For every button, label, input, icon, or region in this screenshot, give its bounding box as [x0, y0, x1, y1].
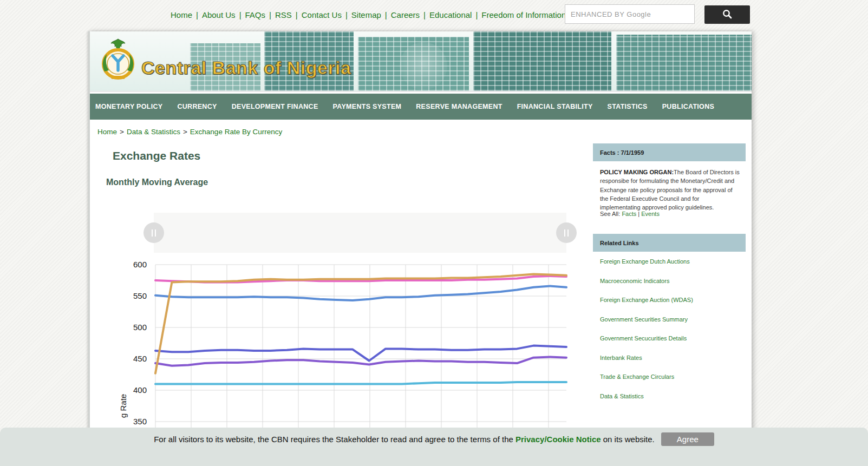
facts-see-all: See All: Facts | Events [600, 211, 660, 217]
topnav-link-home[interactable]: Home [171, 10, 192, 19]
slider-grip-icon [155, 229, 156, 237]
exchange-rates-chart[interactable]: 600550500450400350g Rate [110, 254, 581, 443]
related-link-foreign-exchange-dutch-auctions[interactable]: Foreign Exchange Dutch Auctions [600, 258, 741, 265]
topnav-link-faqs[interactable]: FAQs [245, 10, 266, 19]
separator: | [239, 10, 242, 19]
separator: | [475, 10, 478, 19]
svg-text:400: 400 [133, 385, 147, 395]
svg-text:500: 500 [133, 323, 147, 332]
breadcrumb-link-data-statistics[interactable]: Data & Statistics [127, 128, 180, 136]
topnav: Home|About Us|FAQs|RSS|Contact Us|Sitema… [171, 10, 566, 19]
facts-body: POLICY MAKING ORGAN:The Board of Directo… [600, 168, 740, 212]
site-title: Central Bank of Nigeria [141, 57, 351, 78]
slider-grip-icon [567, 229, 569, 237]
slider-handle-right[interactable] [556, 222, 577, 243]
see-all-label: See All: [600, 211, 620, 217]
separator: | [385, 10, 387, 19]
separator: | [423, 10, 426, 19]
privacy-cookie-notice-link[interactable]: Privacy/Cookie Notice [515, 435, 601, 444]
separator: | [269, 10, 271, 19]
related-link-data-statistics[interactable]: Data & Statistics [600, 393, 741, 399]
cookie-notice-text: For all visitors to its website, the CBN… [154, 435, 655, 444]
svg-text:550: 550 [133, 291, 147, 300]
cbn-logo-icon[interactable] [97, 38, 139, 86]
topnav-link-freedom-of-information[interactable]: Freedom of Information [481, 10, 566, 19]
nav-item-statistics[interactable]: STATISTICS [608, 103, 648, 110]
svg-text:g Rate: g Rate [119, 394, 128, 418]
nav-item-reserve-management[interactable]: RESERVE MANAGEMENT [416, 103, 502, 110]
site-container: Central Bank of Nigeria MONETARY POLICYC… [88, 31, 752, 466]
topnav-link-sitemap[interactable]: Sitemap [351, 10, 381, 19]
nav-item-development-finance[interactable]: DEVELOPMENT FINANCE [232, 103, 318, 110]
page-subtitle: Monthly Moving Average [106, 178, 208, 187]
svg-text:450: 450 [133, 354, 147, 363]
breadcrumb-separator: > [120, 128, 124, 136]
nav-item-payments-system[interactable]: PAYMENTS SYSTEM [333, 103, 402, 110]
topnav-link-educational[interactable]: Educational [429, 10, 472, 19]
related-link-foreign-exchange-auction-wdas[interactable]: Foreign Exchange Auction (WDAS) [600, 297, 741, 303]
nav-item-monetary-policy[interactable]: MONETARY POLICY [95, 103, 162, 110]
search-button[interactable] [704, 5, 750, 24]
related-link-government-securities-summary[interactable]: Government Securities Summary [600, 316, 741, 323]
slider-grip-icon [152, 229, 153, 237]
nav-item-financial-stability[interactable]: FINANCIAL STABILITY [517, 103, 593, 110]
cookie-notice-bar: For all visitors to its website, the CBN… [0, 428, 868, 466]
svg-text:350: 350 [133, 417, 147, 426]
separator: | [345, 10, 348, 19]
slider-grip-icon [564, 229, 565, 237]
related-link-government-secucurities-details[interactable]: Government Secucurities Details [600, 335, 741, 342]
chart-range-slider-track[interactable] [154, 213, 566, 253]
breadcrumb: Home>Data & Statistics>Exchange Rate By … [97, 128, 282, 136]
cbn-emblem-watermark [400, 42, 447, 90]
see-all-separator: | [638, 211, 639, 217]
topnav-link-contact-us[interactable]: Contact Us [302, 10, 342, 19]
nav-item-currency[interactable]: CURRENCY [177, 103, 217, 110]
related-links-header: Related Links [593, 234, 746, 252]
building-photo [473, 31, 611, 91]
topnav-link-rss[interactable]: RSS [275, 10, 292, 19]
search-input[interactable] [565, 4, 695, 24]
related-link-trade-exchange-circulars[interactable]: Trade & Exchange Circulars [600, 373, 741, 380]
breadcrumb-link-home[interactable]: Home [97, 128, 117, 136]
facts-lead: POLICY MAKING ORGAN: [600, 169, 674, 175]
separator: | [196, 10, 198, 19]
related-links-list: Foreign Exchange Dutch AuctionsMacroecon… [600, 258, 741, 412]
see-all-facts-link[interactable]: Facts [622, 211, 636, 217]
see-all-events-link[interactable]: Events [641, 211, 660, 217]
related-link-interbank-rates[interactable]: Interbank Rates [600, 355, 741, 361]
building-photo [616, 35, 752, 91]
svg-text:600: 600 [133, 260, 147, 269]
page-title: Exchange Rates [113, 149, 200, 162]
main-navbar: MONETARY POLICYCURRENCYDEVELOPMENT FINAN… [90, 94, 752, 120]
agree-button[interactable]: Agree [661, 432, 714, 446]
breadcrumb-link-exchange-rate-by-currency[interactable]: Exchange Rate By Currency [190, 128, 282, 136]
separator: | [296, 10, 298, 19]
topnav-link-careers[interactable]: Careers [391, 10, 420, 19]
header-banner: Central Bank of Nigeria [90, 31, 752, 92]
related-link-macroeconomic-indicators[interactable]: Macroeconomic Indicators [600, 278, 741, 284]
breadcrumb-separator: > [183, 128, 187, 136]
topnav-link-about-us[interactable]: About Us [202, 10, 236, 19]
nav-item-publications[interactable]: PUBLICATIONS [662, 103, 714, 110]
top-utility-bar: Home|About Us|FAQs|RSS|Contact Us|Sitema… [0, 0, 868, 31]
facts-header: Facts : 7/1/1959 [593, 143, 746, 161]
search-icon [722, 9, 733, 21]
slider-handle-left[interactable] [143, 222, 164, 243]
